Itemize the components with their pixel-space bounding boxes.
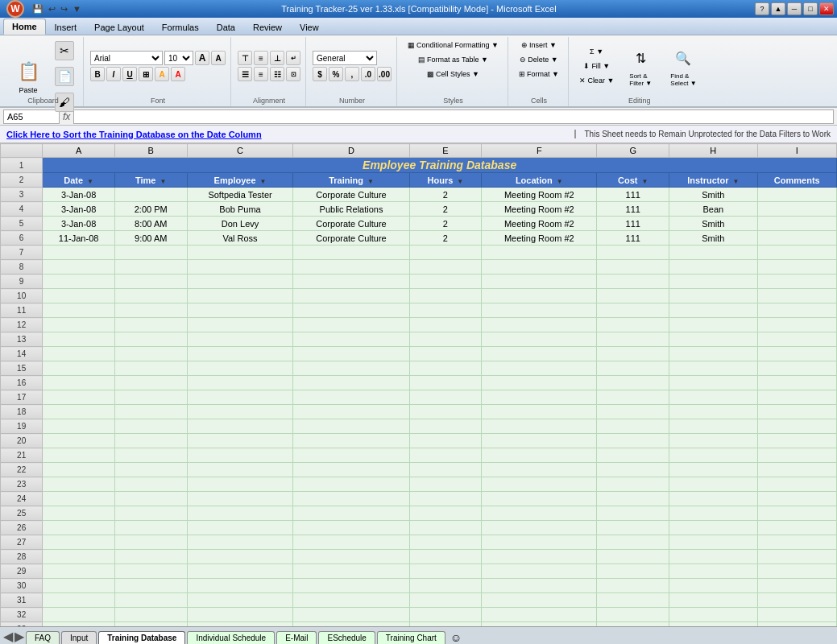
- empty-cell[interactable]: [597, 492, 669, 506]
- empty-cell[interactable]: [597, 535, 669, 550]
- empty-cell[interactable]: [669, 492, 758, 506]
- empty-cell[interactable]: [597, 434, 669, 448]
- empty-cell[interactable]: [114, 376, 187, 390]
- empty-cell[interactable]: [409, 593, 482, 608]
- empty-cell[interactable]: [293, 246, 409, 260]
- col-header-hours[interactable]: Hours ▼: [409, 173, 482, 188]
- empty-cell[interactable]: [597, 318, 669, 332]
- align-top-button[interactable]: ⊤: [238, 51, 252, 65]
- empty-cell[interactable]: [597, 246, 669, 260]
- data-cell[interactable]: Meeting Room #2: [482, 217, 597, 231]
- empty-cell[interactable]: [409, 260, 482, 275]
- ribbon-minimize-button[interactable]: ▲: [771, 2, 785, 15]
- empty-cell[interactable]: [669, 289, 758, 303]
- empty-cell[interactable]: [43, 419, 115, 434]
- empty-cell[interactable]: [293, 303, 409, 318]
- empty-cell[interactable]: [293, 550, 409, 564]
- empty-cell[interactable]: [187, 434, 293, 448]
- col-header-time[interactable]: Time ▼: [114, 173, 187, 188]
- currency-button[interactable]: $: [313, 67, 327, 81]
- empty-cell[interactable]: [187, 332, 293, 347]
- data-cell[interactable]: [757, 188, 836, 202]
- empty-cell[interactable]: [482, 593, 597, 608]
- empty-cell[interactable]: [409, 463, 482, 477]
- tab-home[interactable]: Home: [3, 19, 46, 35]
- empty-cell[interactable]: [293, 376, 409, 390]
- empty-cell[interactable]: [482, 579, 597, 593]
- empty-cell[interactable]: [757, 303, 836, 318]
- empty-cell[interactable]: [293, 608, 409, 622]
- data-cell[interactable]: 9:00 AM: [114, 231, 187, 246]
- empty-cell[interactable]: [409, 275, 482, 289]
- empty-cell[interactable]: [482, 376, 597, 390]
- empty-cell[interactable]: [669, 419, 758, 434]
- tab-insert[interactable]: Insert: [46, 19, 86, 35]
- delete-button[interactable]: ⊖ Delete ▼: [516, 53, 561, 66]
- empty-cell[interactable]: [669, 318, 758, 332]
- empty-cell[interactable]: [597, 405, 669, 419]
- empty-cell[interactable]: [114, 289, 187, 303]
- tab-view[interactable]: View: [291, 19, 328, 35]
- empty-cell[interactable]: [482, 521, 597, 535]
- empty-cell[interactable]: [409, 303, 482, 318]
- data-cell[interactable]: Corporate Culture: [293, 188, 409, 202]
- empty-cell[interactable]: [597, 550, 669, 564]
- empty-cell[interactable]: [114, 318, 187, 332]
- font-size-select[interactable]: 10: [164, 51, 193, 65]
- data-cell[interactable]: Smith: [669, 188, 758, 202]
- empty-cell[interactable]: [43, 347, 115, 361]
- empty-cell[interactable]: [482, 260, 597, 275]
- empty-cell[interactable]: [757, 506, 836, 521]
- col-header-a[interactable]: A: [43, 144, 115, 158]
- empty-cell[interactable]: [597, 448, 669, 463]
- empty-cell[interactable]: [757, 448, 836, 463]
- empty-cell[interactable]: [757, 260, 836, 275]
- empty-cell[interactable]: [757, 608, 836, 622]
- comma-button[interactable]: ,: [345, 67, 359, 81]
- sheet-tab-individual-schedule[interactable]: Individual Schedule: [187, 631, 275, 644]
- empty-cell[interactable]: [114, 477, 187, 492]
- empty-cell[interactable]: [114, 550, 187, 564]
- empty-cell[interactable]: [669, 376, 758, 390]
- empty-cell[interactable]: [293, 448, 409, 463]
- empty-cell[interactable]: [409, 347, 482, 361]
- empty-cell[interactable]: [757, 463, 836, 477]
- empty-cell[interactable]: [669, 550, 758, 564]
- empty-cell[interactable]: [293, 390, 409, 405]
- data-cell[interactable]: Meeting Room #2: [482, 231, 597, 246]
- empty-cell[interactable]: [482, 622, 597, 627]
- font-grow-button[interactable]: A: [195, 51, 209, 65]
- sheet-tab-eschedule[interactable]: ESchedule: [318, 631, 375, 644]
- paste-button[interactable]: 📋 Paste: [8, 55, 48, 98]
- empty-cell[interactable]: [409, 419, 482, 434]
- empty-cell[interactable]: [409, 390, 482, 405]
- empty-cell[interactable]: [187, 608, 293, 622]
- find-select-button[interactable]: 🔍 Find &Select ▼: [663, 41, 703, 91]
- cell-styles-button[interactable]: ▩ Cell Styles ▼: [423, 68, 483, 80]
- empty-cell[interactable]: [757, 275, 836, 289]
- number-format-select[interactable]: General: [313, 51, 377, 65]
- empty-cell[interactable]: [409, 289, 482, 303]
- empty-cell[interactable]: [43, 608, 115, 622]
- empty-cell[interactable]: [293, 579, 409, 593]
- empty-cell[interactable]: [482, 550, 597, 564]
- empty-cell[interactable]: [757, 477, 836, 492]
- font-color-button[interactable]: A: [171, 67, 185, 81]
- empty-cell[interactable]: [482, 275, 597, 289]
- empty-cell[interactable]: [293, 477, 409, 492]
- col-header-e[interactable]: E: [409, 144, 482, 158]
- empty-cell[interactable]: [757, 332, 836, 347]
- empty-cell[interactable]: [187, 535, 293, 550]
- tab-review[interactable]: Review: [244, 19, 291, 35]
- empty-cell[interactable]: [482, 506, 597, 521]
- empty-cell[interactable]: [43, 506, 115, 521]
- empty-cell[interactable]: [597, 347, 669, 361]
- empty-cell[interactable]: [597, 376, 669, 390]
- close-button[interactable]: ✕: [819, 2, 834, 15]
- col-header-date[interactable]: Date ▼: [43, 173, 115, 188]
- data-cell[interactable]: 2: [409, 231, 482, 246]
- wrap-text-button[interactable]: ↵: [286, 51, 300, 65]
- col-header-b[interactable]: B: [114, 144, 187, 158]
- empty-cell[interactable]: [482, 564, 597, 579]
- empty-cell[interactable]: [293, 434, 409, 448]
